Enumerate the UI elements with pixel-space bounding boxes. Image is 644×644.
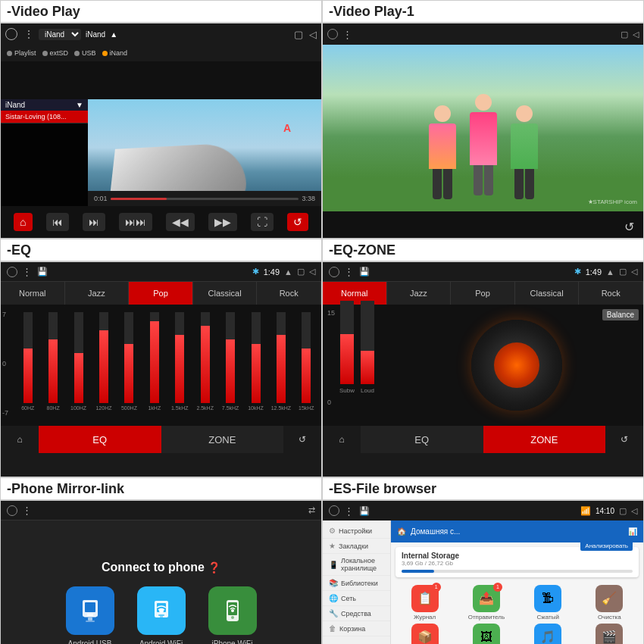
storage-progress-fill (402, 570, 434, 573)
esfile-nav-tools[interactable]: 🔧 Средства (323, 606, 390, 621)
inand-tab[interactable]: iNand (102, 49, 128, 57)
source-selector[interactable]: iNandextSDUSB (39, 29, 81, 40)
extsd-tab[interactable]: extSD (42, 49, 69, 57)
android-wifi-item[interactable]: Android WiFi (137, 586, 186, 645)
eqz-eq-tab[interactable]: EQ (361, 426, 483, 453)
esfile-body: ⚙ Настройки ★ Закладки 📱 Локальное храни… (323, 521, 643, 644)
eq-save-icon: 💾 (37, 267, 48, 277)
progress-bar[interactable]: 0:01 3:38 (88, 191, 321, 206)
esfile-nav-network[interactable]: 🌐 Сеть (323, 591, 390, 606)
eq-topbar: ⋮ 💾 ✱ 1:49 ▲ ▢ ◁ (1, 262, 321, 282)
eqz-preset-pop[interactable]: Pop (451, 282, 515, 305)
sender-item[interactable]: 📤 1 Отправитель (457, 585, 515, 621)
v1-back-icon: ◁ (633, 30, 639, 39)
usb-tab[interactable]: USB (74, 49, 96, 57)
esfile-menu-icon[interactable]: ⋮ (344, 505, 355, 517)
android-usb-label: Android USB (68, 639, 112, 645)
android-usb-item[interactable]: Android USB (66, 586, 114, 645)
iphone-wifi-item[interactable]: iPhone WiFi (208, 586, 257, 645)
eqz-bar-loud[interactable]: Loud (361, 301, 374, 394)
progress-track[interactable] (111, 198, 299, 200)
rewind-button[interactable]: ◀◀ (166, 213, 195, 231)
esfile-nav-trash[interactable]: 🗑 Корзина (323, 621, 390, 636)
prev-button[interactable]: ⏮ (46, 213, 69, 231)
topbar-right-icons: ▢ ◁ (294, 29, 317, 40)
eq-bar-10khz[interactable]: 10kHZ (244, 305, 267, 411)
help-icon[interactable]: ❓ (208, 561, 220, 574)
eq-preset-classical[interactable]: Classical (193, 282, 258, 305)
home-button[interactable]: ⌂ (14, 213, 32, 231)
eq-bar-100hz[interactable]: 100HZ (67, 305, 90, 411)
skip-prev-button[interactable]: ⏭ (83, 213, 105, 231)
eqz-home-button[interactable]: ⌂ (323, 426, 361, 453)
eq-bar-500hz[interactable]: 500HZ (117, 305, 141, 411)
eq-home-button[interactable]: ⌂ (1, 426, 39, 453)
eq-bar-120hz[interactable]: 120HZ (92, 305, 115, 411)
eqz-bar-subw[interactable]: Subw (339, 301, 355, 394)
eq-back-button[interactable]: ↺ (283, 426, 321, 453)
svg-rect-2 (87, 614, 93, 616)
eq-bar-15khz[interactable]: 15kHZ (295, 305, 318, 411)
esfile-topbar: ⋮ 💾 📶 14:10 ▢ ◁ (323, 501, 643, 521)
inand-dot-icon (102, 51, 108, 56)
zone-tab-button[interactable]: ZONE (161, 426, 284, 453)
phone-storage-icon: 📱 (329, 561, 338, 569)
eqz-preset-jazz[interactable]: Jazz (387, 282, 452, 305)
eqz-preset-rock[interactable]: Rock (579, 282, 643, 305)
skip-next-button[interactable]: ⏭⏭ (119, 213, 152, 231)
svg-rect-9 (158, 614, 164, 616)
esfile-nav-bookmarks[interactable]: ★ Закладки (323, 539, 390, 554)
eq-bar-2-5khz[interactable]: 2.5kHZ (193, 305, 217, 411)
esfile-nav-settings[interactable]: ⚙ Настройки (323, 524, 390, 539)
eq-bar-1-5khz[interactable]: 1.5kHZ (168, 305, 192, 411)
eq-bar-12-5khz[interactable]: 12.5kHZ (269, 305, 292, 411)
vp-menu-icon[interactable]: ⋮ (23, 28, 34, 40)
eqz-preset-classical[interactable]: Classical (515, 282, 580, 305)
eqz-right-icons: ✱ 1:49 ▲ ▢ ◁ (574, 267, 637, 277)
eq-bar-80hz[interactable]: 80HZ (41, 305, 64, 411)
current-time: 0:01 (94, 195, 108, 202)
svg-rect-3 (84, 616, 96, 617)
vp-circle-icon[interactable] (5, 28, 17, 40)
esfile-nav-local[interactable]: 📱 Локальное хранилище (323, 554, 390, 576)
eq-preset-rock[interactable]: Rock (257, 282, 321, 305)
esfile-analyzer-icon: 📊 (628, 527, 637, 536)
eq-tab-button[interactable]: EQ (39, 426, 161, 453)
eqz-preset-normal[interactable]: Normal (323, 282, 387, 305)
video-item[interactable]: 🎬 Видео (580, 624, 639, 644)
eq-bar-1khz[interactable]: 1kHZ (142, 305, 166, 411)
eq-menu-icon[interactable]: ⋮ (22, 266, 33, 277)
journal-item[interactable]: 📋 1 Журнал (395, 585, 454, 621)
eqz-knob[interactable] (471, 320, 562, 411)
storage-card: Internal Storage 3,69 Gb / 26,72 Gb Анал… (395, 547, 639, 577)
esfile-circle-icon (329, 505, 339, 516)
forward-button[interactable]: ▶▶ (208, 213, 237, 231)
eqz-zone-tab[interactable]: ZONE (483, 426, 606, 453)
eqz-back-button[interactable]: ↺ (605, 426, 643, 453)
images-item[interactable]: 🖼 Изображения (457, 624, 515, 644)
apps-item[interactable]: 📦 APPs (395, 624, 454, 644)
video1-back-button[interactable]: ↺ (624, 220, 634, 234)
compressed-item[interactable]: 🗜 Сжатый (519, 585, 577, 621)
v1-menu-icon[interactable]: ⋮ (342, 29, 353, 40)
esfile-path-label: Домашняя с... (411, 527, 624, 536)
back-button[interactable]: ↺ (287, 213, 308, 231)
fullscreen-button[interactable]: ⛶ (251, 213, 274, 231)
eq-bar-7-5khz[interactable]: 7.5kHZ (218, 305, 242, 411)
eq-preset-normal[interactable]: Normal (1, 282, 65, 305)
esfile-nav-libraries[interactable]: 📚 Библиотеки (323, 576, 390, 591)
balance-button[interactable]: Balance (602, 309, 639, 320)
playlist-item[interactable]: Sistar-Loving (108... (1, 111, 88, 123)
playlist-tab-dot[interactable]: Playlist (7, 49, 36, 57)
network-icon: 🌐 (329, 594, 338, 602)
video-icon: 🎬 (596, 624, 623, 644)
eqz-menu-icon[interactable]: ⋮ (344, 266, 355, 277)
eq-preset-jazz[interactable]: Jazz (65, 282, 130, 305)
cleaner-item[interactable]: 🧹 Очистка (580, 585, 639, 621)
music-item[interactable]: 🎵 Музыка (519, 624, 577, 644)
playback-controls: ⌂ ⏮ ⏭ ⏭⏭ ◀◀ ▶▶ ⛶ ↺ (1, 206, 321, 238)
eq-preset-pop[interactable]: Pop (129, 282, 193, 305)
phone-menu-icon[interactable]: ⋮ (22, 505, 33, 516)
eq-bar-60hz[interactable]: 60HZ (16, 305, 39, 411)
analyze-button[interactable]: Анализировать (580, 541, 633, 551)
